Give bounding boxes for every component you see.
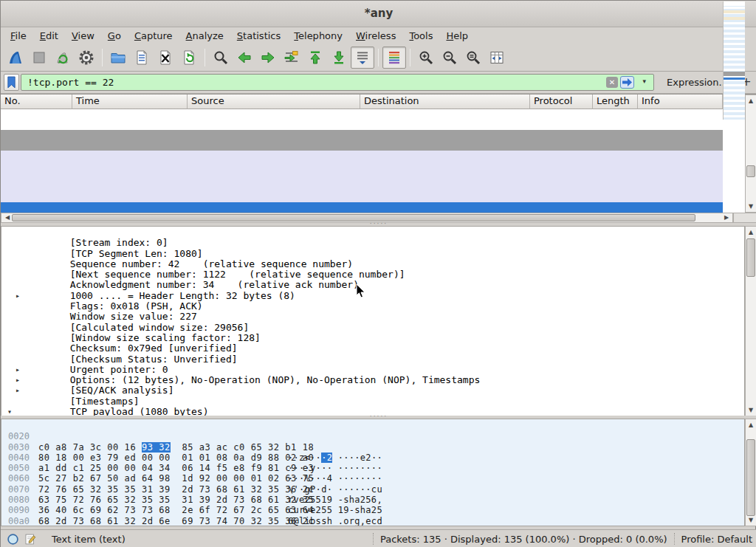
filter-history-caret[interactable]: ▾ <box>642 78 646 85</box>
start-capture-button[interactable] <box>4 47 27 69</box>
expander-triangle-icon[interactable]: ▸ <box>16 385 20 396</box>
scrollbar-thumb[interactable] <box>746 165 755 177</box>
detail-line[interactable]: Window size value: 227 <box>1 301 744 312</box>
detail-line[interactable]: [Window size scaling factor: 128] <box>1 323 744 333</box>
auto-scroll-toggle[interactable] <box>351 47 374 69</box>
menu-item[interactable]: Statistics <box>230 28 287 44</box>
packet-row[interactable]: 86 70.013850163 fe:54:00:d4:38:2a STP 54… <box>1 120 723 130</box>
scroll-right-icon[interactable]: ▶ <box>721 213 732 223</box>
detail-line[interactable]: Acknowledgment number: 34 (relative ack … <box>1 269 744 280</box>
detail-line[interactable]: [Calculated window size: 29056] <box>1 312 744 322</box>
detail-line[interactable]: Urgent pointer: 0 <box>1 354 744 365</box>
packet-row[interactable]: │ 92 71.661949820 192.168.122.1 192.168.… <box>1 182 723 192</box>
packet-row[interactable]: │ 90 71.648618924 192.168.122.60 192.168… <box>1 161 723 171</box>
detail-line[interactable]: Checksum: 0x79ed [unverified] <box>1 333 744 343</box>
menu-item[interactable]: Tools <box>402 28 439 44</box>
zoom-in-button[interactable] <box>414 47 438 69</box>
menu-item[interactable]: File <box>4 28 33 44</box>
col-header-time[interactable]: Time <box>72 94 188 109</box>
expander-triangle-icon[interactable]: ▸ <box>16 291 20 301</box>
expert-info-icon[interactable] <box>7 533 19 546</box>
expander-triangle-icon[interactable]: ▸ <box>16 365 20 375</box>
capture-comment-icon[interactable] <box>24 533 36 546</box>
detail-line[interactable]: ▸Flags: 0x018 (PSH, ACK) <box>1 291 744 301</box>
hex-row[interactable]: 0020 c0 a8 7a 3c 00 16 93 32 85 a3 ac c0… <box>1 421 744 431</box>
detail-line[interactable]: 1000 .... = Header Length: 32 bytes (8) <box>1 280 744 290</box>
detail-line[interactable]: TCP payload (1080 bytes) <box>1 396 744 407</box>
hex-row[interactable]: 0030 80 18 00 e3 79 ed 00 00 01 01 08 0a… <box>1 431 744 441</box>
packet-row[interactable]: │ 93 71.662015274 192.168.122.60 192.168… <box>1 192 723 202</box>
col-header-length[interactable]: Length <box>593 94 638 109</box>
hex-row[interactable]: 0090 68 2d 73 68 61 32 2d 6e 69 73 74 70… <box>1 495 744 505</box>
scroll-up-icon[interactable]: ▲ <box>746 420 756 430</box>
scrollbar-thumb[interactable] <box>746 238 755 277</box>
scroll-down-icon[interactable]: ▼ <box>746 405 756 415</box>
open-file-button[interactable] <box>106 47 130 69</box>
col-header-info[interactable]: Info <box>638 94 723 109</box>
filter-clear-button[interactable]: ✕ <box>606 77 618 88</box>
profile-label[interactable]: Profile: Default <box>681 534 752 545</box>
packet-row[interactable]: │ 94 71.663856741 192.168.122.1 192.168.… <box>1 202 723 213</box>
filter-bookmark-button[interactable] <box>4 74 19 91</box>
col-header-protocol[interactable]: Protocol <box>530 94 593 109</box>
col-header-source[interactable]: Source <box>188 94 360 109</box>
restart-capture-button[interactable] <box>51 47 75 69</box>
scroll-down-icon[interactable]: ▼ <box>746 515 756 525</box>
colorize-toggle[interactable] <box>382 47 406 69</box>
packet-list-vscrollbar[interactable]: ▲ ▼ <box>745 94 756 213</box>
hex-row[interactable]: 0080 36 40 6c 69 62 73 73 68 2e 6f 72 67… <box>1 484 744 495</box>
go-to-packet-button[interactable] <box>280 47 303 69</box>
hex-row[interactable]: 0070 63 75 72 76 65 32 35 35 31 39 2d 73… <box>1 473 744 484</box>
scroll-up-icon[interactable]: ▲ <box>746 227 756 237</box>
detail-line[interactable]: [Next sequence number: 1122 (relative se… <box>1 259 744 269</box>
hex-row[interactable]: 0040 a1 dd c1 25 00 00 04 34 06 14 f5 e8… <box>1 442 744 453</box>
hex-row[interactable]: 0050 5c 27 b2 67 50 ad 64 98 1d 92 00 00… <box>1 453 744 463</box>
menu-item[interactable]: Edit <box>33 28 65 44</box>
filter-apply-button[interactable] <box>620 76 634 89</box>
reload-file-button[interactable] <box>177 47 201 69</box>
go-forward-button[interactable] <box>256 47 280 69</box>
close-file-button[interactable] <box>154 47 177 69</box>
detail-line[interactable]: [TCP Segment Len: 1080] <box>1 238 744 248</box>
menu-item[interactable]: View <box>65 28 101 44</box>
resize-columns-button[interactable] <box>485 47 509 69</box>
hex-row[interactable]: 0060 72 76 65 32 35 35 31 39 2d 73 68 61… <box>1 463 744 473</box>
scroll-up-icon[interactable]: ▲ <box>746 96 756 106</box>
scroll-down-icon[interactable]: ▼ <box>746 202 756 211</box>
expression-button[interactable]: Expression... <box>667 72 728 93</box>
detail-line[interactable]: [Stream index: 0] <box>1 227 744 238</box>
details-vscrollbar[interactable]: ▲ ▼ <box>745 226 756 416</box>
display-filter-input[interactable]: !tcp.port == 22 ✕ ▾ <box>21 74 654 91</box>
menu-item[interactable]: Wireless <box>349 28 402 44</box>
menu-item[interactable]: Help <box>439 28 475 44</box>
save-file-button[interactable] <box>130 47 154 69</box>
menu-item[interactable]: Capture <box>128 28 179 44</box>
capture-options-button[interactable] <box>75 47 98 69</box>
scrollbar-thumb[interactable] <box>12 214 695 221</box>
detail-line[interactable]: ▸Options: (12 bytes), No-Operation (NOP)… <box>1 365 744 375</box>
hex-row[interactable]: 00b0 38 34 2c 65 63 64 68 2d 73 68 61 32… <box>1 516 744 526</box>
menu-item[interactable]: Telephony <box>287 28 349 44</box>
stop-capture-button[interactable] <box>27 47 51 69</box>
go-to-top-button[interactable] <box>303 47 327 69</box>
col-header-no[interactable]: No. <box>1 94 72 109</box>
bytes-vscrollbar[interactable]: ▲ ▼ <box>745 419 756 526</box>
scrollbar-thumb[interactable] <box>746 439 755 516</box>
menu-item[interactable]: Analyze <box>179 28 230 44</box>
zoom-out-button[interactable] <box>438 47 461 69</box>
packet-list-minimap[interactable] <box>723 1 745 120</box>
scroll-left-icon[interactable]: ◀ <box>2 213 13 223</box>
zoom-reset-button[interactable] <box>461 47 485 69</box>
detail-line[interactable]: Sequence number: 42 (relative sequence n… <box>1 249 744 259</box>
go-to-bottom-button[interactable] <box>327 47 351 69</box>
detail-line[interactable]: ▸[Timestamps] <box>1 385 744 396</box>
detail-line[interactable]: ▸[SEQ/ACK analysis] <box>1 375 744 385</box>
expander-triangle-icon[interactable]: ▸ <box>16 375 20 385</box>
packet-list-hscrollbar[interactable]: ◀ ▶ <box>1 213 733 223</box>
packet-row[interactable]: │ 88 71.648146932 192.168.122.1 192.168.… <box>1 140 723 151</box>
detail-line[interactable]: [Checksum Status: Unverified] <box>1 343 744 354</box>
packet-row[interactable]: 85 68.001734936 fe:54:00:d4:38:2a STP 54… <box>1 109 723 120</box>
packet-row[interactable]: │ 91 71.648789678 192.168.122.1 192.168.… <box>1 171 723 182</box>
packet-row[interactable]: ┌ 87 71.647777234 192.168.122.60 192.168… <box>1 130 723 140</box>
packet-row[interactable]: │ 89 71.648191037 192.168.122.60 192.168… <box>1 151 723 161</box>
